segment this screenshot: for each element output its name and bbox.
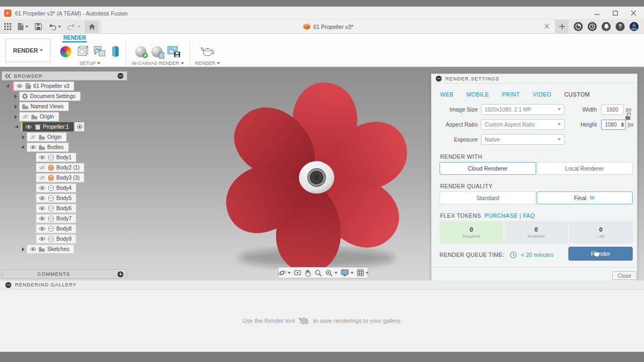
job-status-icon[interactable] xyxy=(588,22,597,31)
tab-print[interactable]: PRINT xyxy=(502,91,520,98)
extensions-icon[interactable] xyxy=(574,22,583,31)
tree-row-body[interactable]: Body9 xyxy=(2,234,127,243)
eye-visible-icon[interactable] xyxy=(39,237,46,241)
zoom-window-icon[interactable] xyxy=(325,269,338,277)
minimize-button[interactable] xyxy=(594,10,600,17)
expand-arrow-icon[interactable] xyxy=(22,135,25,139)
faq-link[interactable]: FAQ xyxy=(523,212,535,219)
tree-row-sketches[interactable]: Sketches xyxy=(2,245,127,254)
tree-row-body[interactable]: Body5 xyxy=(2,194,127,203)
tree-row-body[interactable]: Body4 xyxy=(2,183,127,193)
tree-row-body[interactable]: Body2 (1) xyxy=(2,163,127,172)
tree-row-body[interactable]: Body6 xyxy=(2,204,127,213)
workspace-selector-button[interactable]: RENDER xyxy=(5,39,50,62)
local-renderer-button[interactable]: Local Renderer xyxy=(537,162,633,175)
zoom-icon[interactable] xyxy=(314,269,322,277)
texture-map-icon[interactable] xyxy=(93,46,106,57)
eye-hidden-icon[interactable] xyxy=(39,165,46,170)
tab-render[interactable]: RENDER xyxy=(62,35,87,42)
aspect-ratio-dropdown[interactable]: Custom Aspect Ratio xyxy=(481,119,565,130)
eye-visible-icon[interactable] xyxy=(30,247,36,252)
eye-visible-icon[interactable] xyxy=(39,155,46,160)
comments-expand-icon[interactable] xyxy=(118,271,123,277)
user-avatar[interactable] xyxy=(630,22,639,31)
in-canvas-render-group-label[interactable]: IN-CANVAS RENDER xyxy=(131,61,184,66)
quality-final-button[interactable]: Final xyxy=(537,191,633,204)
tree-row-root[interactable]: 61 Propeller v3 xyxy=(2,82,127,91)
display-settings-icon[interactable] xyxy=(341,269,354,276)
eye-visible-icon[interactable] xyxy=(39,196,46,201)
render-settings-collapse-icon[interactable] xyxy=(436,76,442,82)
orbit-icon[interactable] xyxy=(278,269,291,277)
expand-arrow-icon[interactable] xyxy=(6,84,11,88)
pan-icon[interactable] xyxy=(304,269,311,277)
tree-row-component-origin[interactable]: Origin xyxy=(2,132,127,142)
setup-group-label[interactable]: SETUP xyxy=(80,61,101,66)
data-panel-grid-icon[interactable] xyxy=(2,21,13,33)
render-button[interactable]: Render xyxy=(568,247,633,261)
tree-row-body[interactable]: Body7 xyxy=(2,214,127,223)
gallery-collapse-icon[interactable] xyxy=(5,282,11,288)
rendering-gallery-header[interactable]: RENDERING GALLERY xyxy=(0,280,644,290)
eye-visible-icon[interactable] xyxy=(16,84,23,88)
tab-close-icon[interactable] xyxy=(543,23,551,30)
expand-arrow-icon[interactable] xyxy=(14,115,17,119)
expand-arrow-icon[interactable] xyxy=(14,105,17,109)
aspect-lock-icon[interactable] xyxy=(625,113,632,120)
height-spinner[interactable] xyxy=(621,122,624,127)
activate-component-radio[interactable] xyxy=(75,122,84,131)
render-teapot-icon[interactable] xyxy=(200,46,216,57)
tree-row-bodies[interactable]: Bodies xyxy=(2,143,127,152)
exposure-dropdown[interactable]: Native xyxy=(481,134,565,145)
tab-web[interactable]: WEB xyxy=(440,91,453,98)
browser-collapse-icon[interactable] xyxy=(118,73,123,79)
expand-arrow-icon[interactable] xyxy=(15,124,20,129)
quality-standard-button[interactable]: Standard xyxy=(440,191,536,204)
width-input[interactable] xyxy=(601,105,624,115)
tree-row-named-views[interactable]: Named Views xyxy=(2,102,127,111)
save-icon[interactable] xyxy=(33,21,44,33)
image-size-dropdown[interactable]: 1920x1080, 2.1 MP xyxy=(481,104,565,115)
scene-settings-icon[interactable] xyxy=(76,46,89,57)
in-canvas-render-icon[interactable] xyxy=(135,46,147,57)
render-gallery-save-icon[interactable] xyxy=(167,46,180,57)
collapse-panel-icon[interactable] xyxy=(5,74,11,78)
tab-video[interactable]: VIDEO xyxy=(533,91,552,98)
grid-layout-icon[interactable] xyxy=(357,269,369,276)
eye-hidden-icon[interactable] xyxy=(22,114,29,119)
tree-row-body[interactable]: Body8 xyxy=(2,224,127,233)
tree-row-body[interactable]: Body1 xyxy=(2,153,127,162)
tab-custom[interactable]: CUSTOM xyxy=(564,91,590,98)
eye-visible-icon[interactable] xyxy=(39,206,46,211)
close-button-panel[interactable]: Close xyxy=(612,271,636,280)
propeller-model[interactable] xyxy=(207,81,427,275)
eye-hidden-icon[interactable] xyxy=(30,135,36,139)
tree-row-component[interactable]: Propeller:1 xyxy=(2,122,127,131)
capture-image-icon[interactable] xyxy=(151,46,163,57)
browser-header[interactable]: BROWSER xyxy=(2,71,127,80)
decal-icon[interactable] xyxy=(111,46,120,57)
expand-arrow-icon[interactable] xyxy=(22,247,25,252)
render-group-label[interactable]: RENDER xyxy=(195,61,221,66)
new-tab-button[interactable] xyxy=(555,20,568,33)
eye-hidden-icon[interactable] xyxy=(39,175,46,180)
help-icon[interactable]: ? xyxy=(616,22,625,31)
tab-mobile[interactable]: MOBILE xyxy=(466,91,489,98)
eye-visible-icon[interactable] xyxy=(39,216,46,221)
document-tab[interactable]: 61 Propeller v3* xyxy=(101,20,555,33)
appearance-icon[interactable] xyxy=(60,46,71,57)
tree-row-document-settings[interactable]: Document Settings xyxy=(2,92,127,101)
redo-icon[interactable] xyxy=(65,21,83,33)
tree-row-body[interactable]: Body3 (3) xyxy=(2,173,127,182)
look-at-icon[interactable] xyxy=(294,269,301,276)
comments-panel[interactable]: COMMENTS xyxy=(2,269,127,279)
cloud-renderer-button[interactable]: Cloud Renderer xyxy=(440,162,536,175)
file-menu-icon[interactable] xyxy=(16,21,31,33)
undo-icon[interactable] xyxy=(46,21,63,33)
tree-row-origin[interactable]: Origin xyxy=(2,112,127,121)
render-settings-header[interactable]: RENDER SETTINGS xyxy=(431,74,637,84)
notifications-bell-icon[interactable] xyxy=(602,22,611,31)
eye-visible-icon[interactable] xyxy=(39,186,46,190)
expand-arrow-icon[interactable] xyxy=(21,145,26,150)
eye-visible-icon[interactable] xyxy=(30,145,36,150)
